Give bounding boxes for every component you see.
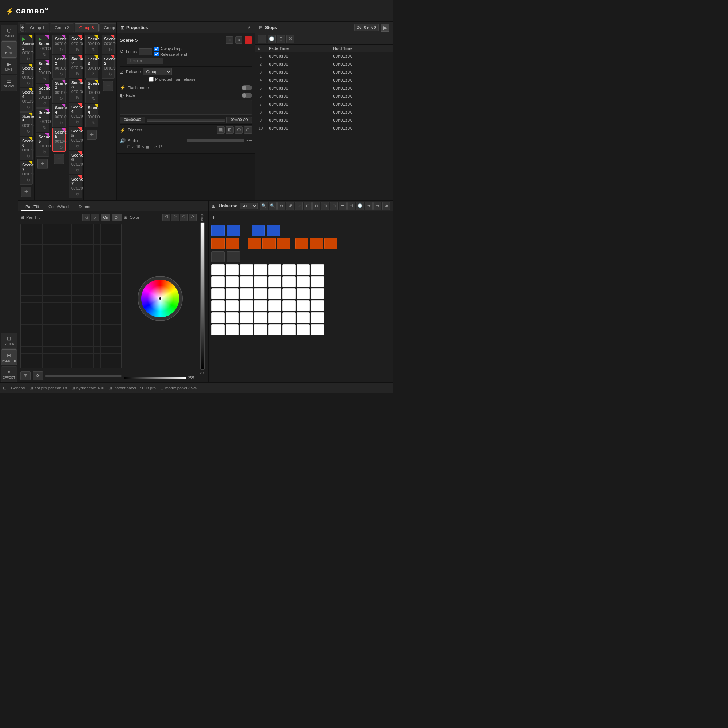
uni-btn-15[interactable]: ⊕ bbox=[382, 202, 390, 210]
uni-zoom-in[interactable]: 🔍 bbox=[260, 202, 268, 210]
scene-card[interactable]: Scene 4 00'01'00 ↻ bbox=[69, 103, 82, 126]
fixture-cell[interactable] bbox=[268, 276, 281, 287]
tab-dimmer[interactable]: Dimmer bbox=[74, 203, 97, 211]
pt-on2-button[interactable]: On bbox=[112, 214, 122, 221]
scene-card[interactable]: Scene 3 00'01'00 ↻ bbox=[85, 80, 98, 103]
table-row[interactable]: 6 00m00s00 00m01s00 bbox=[255, 92, 393, 101]
universe-select[interactable]: All 1 2 bbox=[240, 203, 258, 209]
add-scene-button-col1[interactable]: + bbox=[21, 187, 31, 197]
fixture-block-orange[interactable] bbox=[295, 238, 308, 249]
fixture-cell[interactable] bbox=[226, 324, 239, 335]
fixture-cell[interactable] bbox=[297, 300, 310, 311]
uni-btn-7[interactable]: ⊟ bbox=[312, 202, 320, 210]
status-item-fixture4[interactable]: ⊞ matrix panel 3 ww bbox=[160, 385, 197, 391]
fixture-cell[interactable] bbox=[268, 324, 281, 335]
scene-card[interactable]: Scene 2 00'01'00 ↻ bbox=[69, 55, 82, 78]
fixture-cell[interactable] bbox=[240, 312, 253, 323]
fixture-cell[interactable] bbox=[311, 288, 324, 299]
scene-close-button[interactable]: ✕ bbox=[226, 37, 233, 44]
fixture-cell[interactable] bbox=[283, 300, 295, 311]
fixture-cell[interactable] bbox=[254, 264, 267, 275]
table-row[interactable]: 4 00m00s00 00m01s00 bbox=[255, 76, 393, 84]
fade-toggle[interactable] bbox=[242, 93, 252, 98]
uni-btn-9[interactable]: ⊡ bbox=[330, 202, 338, 210]
steps-clock-button[interactable]: 🕐 bbox=[268, 35, 275, 43]
fixture-block-orange[interactable] bbox=[324, 238, 337, 249]
table-row[interactable]: 2 00m00s00 00m01s00 bbox=[255, 60, 393, 69]
color-btn-1[interactable]: ◁ bbox=[162, 214, 170, 221]
fixture-cell[interactable] bbox=[311, 324, 324, 335]
fixture-cell[interactable] bbox=[240, 324, 253, 335]
table-row[interactable]: 7 00m00s00 00m01s00 bbox=[255, 101, 393, 109]
uni-btn-13[interactable]: ⇒ bbox=[365, 202, 373, 210]
fixture-block-orange[interactable] bbox=[211, 238, 225, 249]
fixture-cell[interactable] bbox=[211, 276, 225, 287]
sidebar-btn-edit[interactable]: ✎ EDIT bbox=[1, 41, 17, 58]
scene-card[interactable]: Scene 2 00'01'00 ↻ bbox=[52, 55, 66, 79]
fixture-cell[interactable] bbox=[297, 312, 310, 323]
scene-card[interactable]: Scene 2 00'01'00 ↻ bbox=[102, 55, 115, 79]
sidebar-btn-live[interactable]: ▶ LIVE bbox=[1, 58, 17, 74]
scene-card[interactable]: Scene 5 00'01'00 ↻ bbox=[20, 112, 33, 136]
fixture-cell[interactable] bbox=[311, 312, 324, 323]
uni-btn-4[interactable]: ↺ bbox=[286, 202, 294, 210]
add-group-button[interactable]: + bbox=[20, 24, 24, 32]
fixture-cell[interactable] bbox=[268, 312, 281, 323]
uni-btn-11[interactable]: ⊣ bbox=[347, 202, 355, 210]
release-at-end-checkbox[interactable] bbox=[154, 52, 159, 57]
add-scene-button-col2[interactable]: + bbox=[37, 159, 48, 169]
status-item-general[interactable]: General bbox=[11, 386, 25, 390]
scene-card[interactable]: ▶ Scene 2 00'01'00 ↻ bbox=[20, 35, 33, 63]
table-row[interactable]: 3 00m00s00 00m01s00 bbox=[255, 69, 393, 76]
pantilt-grid[interactable] bbox=[20, 224, 122, 369]
vertical-brightness[interactable] bbox=[200, 222, 205, 370]
scene-card[interactable]: Scene 2 00'01'00 ↻ bbox=[85, 55, 98, 79]
status-item-fixture1[interactable]: ⊞ flat pro par can 18 bbox=[29, 385, 67, 391]
scene-card[interactable]: Scene 3 00'01'00 ↻ bbox=[52, 80, 66, 103]
scene-edit-button[interactable]: ✎ bbox=[235, 37, 242, 44]
trigger-btn-2[interactable]: ⊞ bbox=[226, 126, 234, 134]
fixture-cell[interactable] bbox=[283, 312, 295, 323]
tab-pantilt[interactable]: Pan/Tilt bbox=[21, 203, 43, 211]
fixture-cell[interactable] bbox=[297, 276, 310, 287]
table-row[interactable]: 9 00m00s00 00m01s00 bbox=[255, 116, 393, 124]
fixture-cell[interactable] bbox=[311, 276, 324, 287]
scene-card[interactable]: Scene 4 00'10'00 ↻ bbox=[20, 88, 33, 112]
fixture-cell[interactable] bbox=[283, 276, 295, 287]
scene-color-button[interactable] bbox=[245, 37, 252, 44]
universe-add-button[interactable]: + bbox=[211, 214, 390, 222]
scene-card[interactable]: Scene 5 00'01'00 ↻ bbox=[36, 133, 49, 156]
scene-card[interactable]: Scene 7 00'01'00 ↻ bbox=[20, 161, 33, 185]
fixture-cell[interactable] bbox=[226, 264, 239, 275]
fixture-cell[interactable] bbox=[211, 324, 225, 335]
flash-mode-toggle[interactable] bbox=[242, 85, 252, 90]
scene-card[interactable]: Scene 4 00'01'00 ↻ bbox=[52, 104, 66, 127]
fixture-cell[interactable] bbox=[254, 312, 267, 323]
fixture-cell[interactable] bbox=[240, 276, 253, 287]
time-slider[interactable] bbox=[147, 119, 225, 122]
fixture-cell[interactable] bbox=[268, 264, 281, 275]
uni-btn-3[interactable]: ⊙ bbox=[277, 202, 285, 210]
table-row[interactable]: 1 00m00s00 00m01s00 bbox=[255, 52, 393, 60]
tab-colorwheel[interactable]: ColorWheel bbox=[44, 203, 73, 211]
fixture-cell[interactable] bbox=[283, 264, 295, 275]
fixture-cell[interactable] bbox=[226, 300, 239, 311]
pt-icon-btn-2[interactable]: ⟳ bbox=[33, 371, 43, 380]
fixture-cell[interactable] bbox=[226, 312, 239, 323]
always-loop-checkbox[interactable] bbox=[154, 47, 159, 51]
uni-btn-10[interactable]: ⊢ bbox=[338, 202, 347, 210]
loops-input[interactable] bbox=[139, 48, 152, 55]
status-item-fixture2[interactable]: ⊞ hydrabeam 400 bbox=[71, 385, 104, 391]
fixture-cell[interactable] bbox=[283, 324, 295, 335]
audio-checkbox[interactable]: ☐ bbox=[127, 145, 130, 149]
fixture-block-orange[interactable] bbox=[248, 238, 261, 249]
add-scene-button-col6[interactable]: + bbox=[103, 81, 113, 91]
fixture-block-orange[interactable] bbox=[277, 238, 290, 249]
uni-btn-8[interactable]: ⊞ bbox=[321, 202, 329, 210]
fixture-cell[interactable] bbox=[240, 288, 253, 299]
uni-zoom-out[interactable]: 🔍 bbox=[269, 202, 277, 210]
trigger-btn-4[interactable]: ⊕ bbox=[244, 126, 252, 134]
tab-group2[interactable]: Group 2 bbox=[50, 23, 74, 32]
fixture-block-blue[interactable] bbox=[211, 225, 225, 236]
fixture-cell[interactable] bbox=[297, 264, 310, 275]
